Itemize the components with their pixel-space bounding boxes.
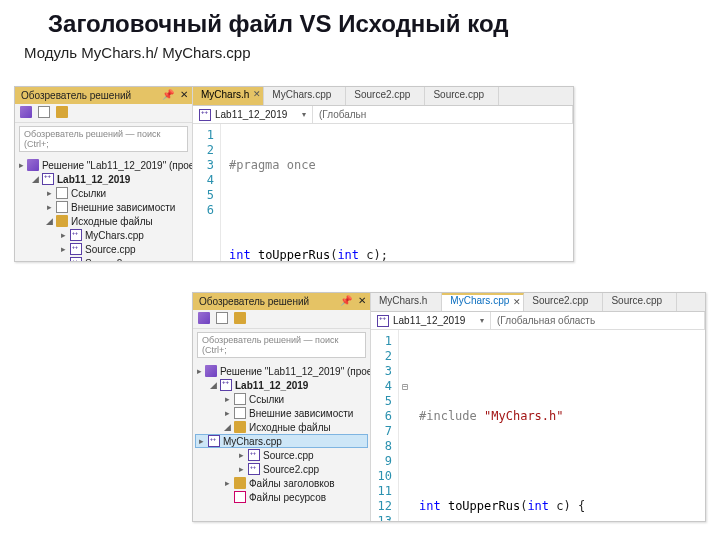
filter-icon: [234, 421, 246, 433]
solution-icon: [27, 159, 39, 171]
fold-gutter: ⊟: [399, 330, 411, 521]
context-label: Lab11_12_2019: [215, 109, 287, 120]
refs-icon: [56, 187, 68, 199]
line-gutter: 123456: [193, 124, 221, 261]
context-scope[interactable]: (Глобальная область: [491, 312, 705, 329]
solution-tree: ▸Решение "Lab11_12_2019" (проектов: 1 ◢L…: [193, 361, 370, 507]
tree-label: MyChars.cpp: [85, 230, 144, 241]
tree-label: Source.cpp: [263, 450, 314, 461]
explorer-search[interactable]: Обозреватель решений — поиск (Ctrl+;: [197, 332, 366, 358]
solution-tree: ▸Решение "Lab11_12_2019" (проектов: 1 ◢L…: [15, 155, 192, 261]
solution-icon: [205, 365, 217, 377]
tree-label: Исходные файлы: [71, 216, 153, 227]
project-icon: [199, 109, 211, 121]
close-icon[interactable]: ✕: [180, 89, 188, 100]
tree-file-cpp[interactable]: ▸Source.cpp: [195, 448, 368, 462]
code-editor: MyChars.h MyChars.cpp✕ Source2.cpp Sourc…: [371, 293, 705, 521]
tab-source-cpp[interactable]: Source.cpp: [603, 293, 677, 311]
pin-icon[interactable]: 📌: [340, 295, 352, 306]
refresh-icon[interactable]: [38, 106, 50, 118]
tab-mychars-cpp[interactable]: MyChars.cpp✕: [442, 293, 524, 311]
context-bar: Lab11_12_2019▾ (Глобальн: [193, 106, 573, 124]
tree-label: Решение "Lab11_12_2019" (проектов: 1: [220, 366, 370, 377]
tree-project[interactable]: ◢Lab11_12_2019: [17, 172, 190, 186]
slide-title: Заголовочный файл VS Исходный код: [48, 10, 720, 38]
tab-source2-cpp[interactable]: Source2.cpp: [346, 87, 425, 105]
close-icon[interactable]: ✕: [358, 295, 366, 306]
tab-mychars-cpp[interactable]: MyChars.cpp: [264, 87, 346, 105]
tree-source-filter[interactable]: ◢Исходные файлы: [195, 420, 368, 434]
tree-label: Source.cpp: [85, 244, 136, 255]
context-bar: Lab11_12_2019▾ (Глобальная область: [371, 312, 705, 330]
tree-file-cpp[interactable]: ▸Source2.cpp: [195, 462, 368, 476]
filter-icon: [234, 477, 246, 489]
project-icon: [42, 173, 54, 185]
context-project[interactable]: Lab11_12_2019▾: [193, 106, 313, 123]
tree-refs[interactable]: ▸Ссылки: [17, 186, 190, 200]
tab-label: Source.cpp: [611, 295, 662, 306]
explorer-toolbar: [193, 310, 370, 329]
tab-source-cpp[interactable]: Source.cpp: [425, 87, 499, 105]
cpp-icon: [248, 463, 260, 475]
tab-mychars-h[interactable]: MyChars.h: [371, 293, 442, 311]
chevron-down-icon: ▾: [302, 110, 306, 119]
code-area[interactable]: 123456 #pragma once int toUpperRus(int c…: [193, 124, 573, 261]
tree-label: Внешние зависимости: [71, 202, 175, 213]
editor-tabs: MyChars.h✕ MyChars.cpp Source2.cpp Sourc…: [193, 87, 573, 106]
context-project[interactable]: Lab11_12_2019▾: [371, 312, 491, 329]
tab-label: Source2.cpp: [354, 89, 410, 100]
close-icon[interactable]: ✕: [513, 297, 521, 307]
pin-icon[interactable]: 📌: [162, 89, 174, 100]
refresh-icon[interactable]: [216, 312, 228, 324]
explorer-search[interactable]: Обозреватель решений — поиск (Ctrl+;: [19, 126, 188, 152]
tree-label: Source2.cpp: [85, 258, 141, 262]
tree-solution[interactable]: ▸Решение "Lab11_12_2019" (проектов: 1: [17, 158, 190, 172]
resource-icon: [234, 491, 246, 503]
context-label: (Глобальная область: [497, 315, 595, 326]
tree-solution[interactable]: ▸Решение "Lab11_12_2019" (проектов: 1: [195, 364, 368, 378]
cpp-icon: [70, 243, 82, 255]
tab-label: MyChars.h: [379, 295, 427, 306]
context-scope[interactable]: (Глобальн: [313, 106, 573, 123]
tree-label: Решение "Lab11_12_2019" (проектов: 1: [42, 160, 192, 171]
tree-ext-deps[interactable]: ▸Внешние зависимости: [195, 406, 368, 420]
home-icon[interactable]: [198, 312, 210, 324]
tab-mychars-h[interactable]: MyChars.h✕: [193, 87, 264, 105]
tree-refs[interactable]: ▸Ссылки: [195, 392, 368, 406]
tree-label: Lab11_12_2019: [235, 380, 308, 391]
show-all-icon[interactable]: [56, 106, 68, 118]
project-icon: [220, 379, 232, 391]
tree-source-filter[interactable]: ◢Исходные файлы: [17, 214, 190, 228]
context-label: (Глобальн: [319, 109, 366, 120]
explorer-title: Обозреватель решений: [199, 296, 309, 307]
tab-label: Source2.cpp: [532, 295, 588, 306]
screenshot-header-file: Обозреватель решений 📌 ✕ Обозреватель ре…: [14, 86, 574, 262]
code-source[interactable]: #include "MyChars.h" int toUpperRus(int …: [411, 330, 705, 521]
tab-source2-cpp[interactable]: Source2.cpp: [524, 293, 603, 311]
tree-file-cpp[interactable]: ▸Source2.cpp: [17, 256, 190, 261]
tree-label: Ссылки: [71, 188, 106, 199]
tree-ext-deps[interactable]: ▸Внешние зависимости: [17, 200, 190, 214]
ext-icon: [234, 407, 246, 419]
tree-resource-filter[interactable]: Файлы ресурсов: [195, 490, 368, 504]
cpp-icon: [208, 435, 220, 447]
refs-icon: [234, 393, 246, 405]
tree-header-filter[interactable]: ▸Файлы заголовков: [195, 476, 368, 490]
tree-file-cpp[interactable]: ▸Source.cpp: [17, 242, 190, 256]
chevron-down-icon: ▾: [480, 316, 484, 325]
tree-label: Внешние зависимости: [249, 408, 353, 419]
solution-explorer: Обозреватель решений 📌 ✕ Обозреватель ре…: [193, 293, 371, 521]
tree-project[interactable]: ◢Lab11_12_2019: [195, 378, 368, 392]
screenshot-source-file: Обозреватель решений 📌 ✕ Обозреватель ре…: [192, 292, 706, 522]
home-icon[interactable]: [20, 106, 32, 118]
code-area[interactable]: 1234567891011121314 ⊟ #include "MyChars.…: [371, 330, 705, 521]
tree-file-cpp-selected[interactable]: ▸MyChars.cpp: [195, 434, 368, 448]
tree-file-cpp[interactable]: ▸MyChars.cpp: [17, 228, 190, 242]
close-icon[interactable]: ✕: [253, 89, 261, 99]
code-source[interactable]: #pragma once int toUpperRus(int c); int …: [221, 124, 573, 261]
code-editor: MyChars.h✕ MyChars.cpp Source2.cpp Sourc…: [193, 87, 573, 261]
slide-subtitle: Модуль MyChars.h/ MyChars.cpp: [24, 44, 720, 61]
tree-label: Файлы ресурсов: [249, 492, 326, 503]
show-all-icon[interactable]: [234, 312, 246, 324]
tab-label: MyChars.h: [201, 89, 249, 100]
